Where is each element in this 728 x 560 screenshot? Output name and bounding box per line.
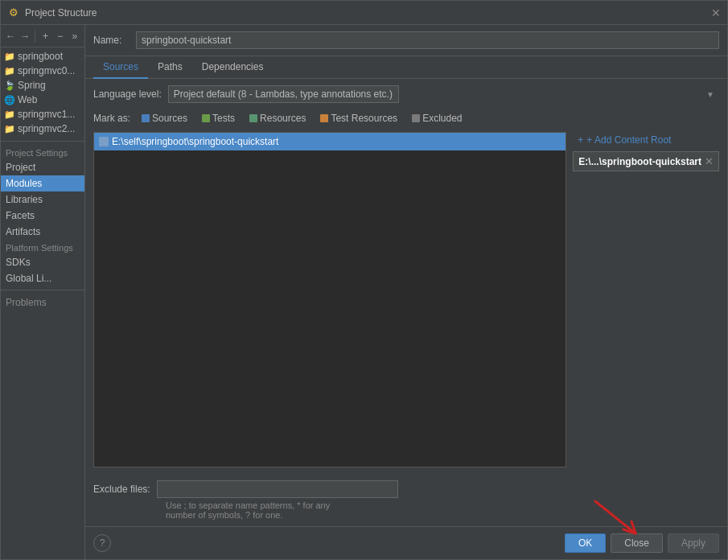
- title-icon: ⚙: [7, 6, 20, 19]
- mark-excluded-button[interactable]: Excluded: [407, 111, 467, 126]
- mark-as-row: Mark as: Sources Tests Resources: [93, 111, 719, 126]
- sidebar: ← → + − » 📁 springboot 📁 springmvc0...: [1, 25, 85, 559]
- language-level-row: Language level: Project default (8 - Lam…: [93, 85, 719, 103]
- title-text: Project Structure: [25, 7, 97, 19]
- sidebar-divider: [1, 141, 84, 142]
- sidebar-item-problems[interactable]: Problems: [1, 294, 84, 311]
- mark-sources-button[interactable]: Sources: [137, 111, 192, 126]
- sidebar-item-project[interactable]: Project: [1, 159, 84, 175]
- folder-blue-icon: 📁: [4, 51, 15, 62]
- project-settings-label[interactable]: Project Settings: [1, 145, 84, 159]
- toolbar-separator: [35, 31, 35, 42]
- tree-node-springmvc0[interactable]: 📁 springmvc0...: [1, 64, 84, 78]
- exclude-row: Exclude files:: [93, 480, 719, 498]
- sidebar-toolbar: ← → + − »: [1, 25, 84, 47]
- popup-path-text: E:\...\springboot-quickstart: [578, 156, 701, 167]
- tab-content-sources: Language level: Project default (8 - Lam…: [85, 79, 727, 526]
- ok-button[interactable]: OK: [565, 533, 606, 553]
- name-label: Name:: [93, 35, 130, 46]
- bottom-bar: ? OK Close Apply: [85, 526, 727, 559]
- add-module-button[interactable]: +: [39, 28, 51, 44]
- root-actions: + + Add Content Root E:\...\springboot-q…: [573, 132, 719, 467]
- sidebar-item-global-libs[interactable]: Global Li...: [1, 270, 84, 286]
- exclude-section: Exclude files: Use ; to separate name pa…: [93, 474, 719, 520]
- sources-color-dot: [142, 114, 150, 122]
- tab-dependencies[interactable]: Dependencies: [192, 56, 274, 79]
- tree-node-springboot[interactable]: 📁 springboot: [1, 49, 84, 64]
- tab-paths[interactable]: Paths: [148, 56, 192, 79]
- sidebar-item-modules[interactable]: Modules: [1, 175, 84, 191]
- back-button[interactable]: ←: [4, 28, 17, 44]
- folder-blue-icon: 📁: [4, 66, 15, 76]
- content-root-list[interactable]: E:\self\springboot\springboot-quickstart: [93, 132, 566, 467]
- leaf-icon: 🍃: [4, 80, 15, 91]
- sidebar-item-facets[interactable]: Facets: [1, 208, 84, 224]
- mark-tests-button[interactable]: Tests: [197, 111, 240, 126]
- name-row: Name:: [85, 25, 727, 56]
- path-popup: E:\...\springboot-quickstart ✕: [573, 151, 719, 171]
- add-content-root-button[interactable]: + + Add Content Root: [573, 132, 719, 148]
- remove-module-button[interactable]: −: [54, 28, 67, 44]
- forward-button[interactable]: →: [19, 28, 31, 44]
- folder-blue-icon: 📁: [4, 109, 15, 120]
- popup-close-icon[interactable]: ✕: [705, 155, 714, 167]
- globe-icon: 🌐: [4, 95, 15, 105]
- language-level-select[interactable]: Project default (8 - Lambdas, type annot…: [168, 85, 399, 103]
- language-level-label: Language level:: [93, 89, 162, 100]
- tabs-row: Sources Paths Dependencies: [85, 56, 727, 79]
- test-resources-color-dot: [320, 114, 328, 122]
- content-root-area: E:\self\springboot\springboot-quickstart…: [93, 132, 719, 467]
- tab-sources[interactable]: Sources: [93, 56, 148, 79]
- title-bar: ⚙ Project Structure ✕: [1, 1, 727, 25]
- excluded-color-dot: [412, 114, 420, 122]
- plus-icon: +: [578, 134, 583, 146]
- tests-color-dot: [202, 114, 210, 122]
- exclude-files-label: Exclude files:: [93, 484, 150, 495]
- tree-node-springmvc2[interactable]: 📁 springmvc2...: [1, 121, 84, 136]
- close-button[interactable]: Close: [611, 533, 663, 553]
- tree-node-springmvc1[interactable]: 📁 springmvc1...: [1, 107, 84, 121]
- sidebar-item-artifacts[interactable]: Artifacts: [1, 224, 84, 240]
- mark-as-label: Mark as:: [93, 113, 130, 124]
- resources-color-dot: [249, 114, 257, 122]
- folder-blue-icon: 📁: [4, 124, 15, 134]
- folder-small-icon: [99, 137, 109, 146]
- main-panel: Name: Sources Paths Dependencies: [85, 25, 727, 559]
- mark-test-resources-button[interactable]: Test Resources: [315, 111, 402, 126]
- root-item[interactable]: E:\self\springboot\springboot-quickstart: [94, 133, 566, 150]
- sidebar-item-sdks[interactable]: SDKs: [1, 254, 84, 270]
- help-button[interactable]: ?: [93, 534, 111, 552]
- sidebar-item-libraries[interactable]: Libraries: [1, 191, 84, 208]
- tree-node-spring[interactable]: 🍃 Spring: [1, 78, 84, 93]
- exclude-hint: Use ; to separate name patterns, * for a…: [93, 500, 719, 520]
- sidebar-divider2: [1, 290, 84, 290]
- tree-node-web[interactable]: 🌐 Web: [1, 93, 84, 107]
- apply-button[interactable]: Apply: [668, 533, 719, 553]
- exclude-files-input[interactable]: [157, 480, 398, 498]
- close-icon[interactable]: ✕: [711, 7, 721, 19]
- mark-resources-button[interactable]: Resources: [245, 111, 311, 126]
- platform-settings-label[interactable]: Platform Settings: [1, 240, 84, 254]
- name-input[interactable]: [136, 31, 719, 49]
- module-tree: 📁 springboot 📁 springmvc0... 🍃 Spring 🌐 …: [1, 47, 84, 138]
- more-button[interactable]: »: [68, 28, 81, 44]
